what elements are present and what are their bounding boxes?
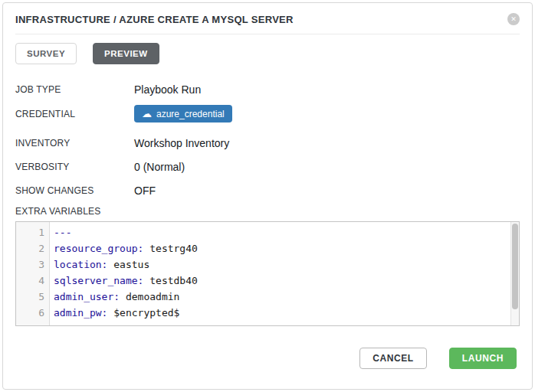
editor-scrollbar[interactable] xyxy=(510,222,519,325)
detail-row-job-type: JOB TYPE Playbook Run xyxy=(15,81,520,97)
extra-variables-label: EXTRA VARIABLES xyxy=(15,206,520,217)
close-button[interactable]: ✕ xyxy=(507,13,520,25)
job-type-label: JOB TYPE xyxy=(15,84,134,95)
code-line: 4 sqlserver_name: testdb40 xyxy=(16,273,519,289)
inventory-value: Workshop Inventory xyxy=(134,137,229,149)
yaml-key: admin_pw: xyxy=(54,307,107,318)
line-number: 4 xyxy=(16,273,50,289)
job-launch-preview-modal: INFRASTRUCTURE / AZURE CREATE A MYSQL SE… xyxy=(2,2,533,390)
line-number: 3 xyxy=(16,256,50,273)
detail-row-show-changes: SHOW CHANGES OFF xyxy=(15,182,520,198)
line-number: 1 xyxy=(16,224,50,240)
modal-header: INFRASTRUCTURE / AZURE CREATE A MYSQL SE… xyxy=(15,3,520,34)
code-line: 1 --- xyxy=(16,224,519,240)
yaml-key: --- xyxy=(54,227,71,238)
detail-row-verbosity: VERBOSITY 0 (Normal) xyxy=(15,158,520,175)
yaml-value: $encrypted$ xyxy=(107,307,179,318)
verbosity-label: VERBOSITY xyxy=(15,162,134,172)
verbosity-value: 0 (Normal) xyxy=(134,161,185,173)
yaml-key: admin_user: xyxy=(54,291,120,302)
code-line: 3 location: eastus xyxy=(16,256,519,273)
yaml-value: testrg40 xyxy=(143,243,197,254)
line-number: 6 xyxy=(16,305,50,321)
tab-bar: SURVEY PREVIEW xyxy=(15,43,520,64)
detail-row-inventory: INVENTORY Workshop Inventory xyxy=(15,135,520,151)
yaml-key: resource_group: xyxy=(54,243,143,254)
cloud-icon: ☁ xyxy=(142,109,152,119)
modal-title: INFRASTRUCTURE / AZURE CREATE A MYSQL SE… xyxy=(15,14,294,25)
detail-row-credential: CREDENTIAL ☁ azure_credential xyxy=(15,105,520,122)
close-icon: ✕ xyxy=(510,15,517,23)
credential-badge[interactable]: ☁ azure_credential xyxy=(134,105,232,122)
line-number: 2 xyxy=(16,240,50,256)
tab-survey[interactable]: SURVEY xyxy=(15,43,77,64)
tab-preview[interactable]: PREVIEW xyxy=(93,43,159,64)
modal-footer: CANCEL LAUNCH xyxy=(359,348,517,369)
code-line: 7 xyxy=(16,321,519,326)
code-line: 5 admin_user: demoadmin xyxy=(16,289,519,305)
job-type-value: Playbook Run xyxy=(134,83,201,96)
yaml-value: testdb40 xyxy=(143,275,197,286)
code-line: 6 admin_pw: $encrypted$ xyxy=(16,305,519,321)
yaml-key: sqlserver_name: xyxy=(54,275,143,286)
yaml-value: eastus xyxy=(107,259,149,270)
credential-label: CREDENTIAL xyxy=(15,109,134,119)
show-changes-label: SHOW CHANGES xyxy=(15,185,134,196)
launch-button[interactable]: LAUNCH xyxy=(449,348,517,369)
code-line: 2 resource_group: testrg40 xyxy=(16,240,519,256)
extra-variables-editor[interactable]: 1 --- 2 resource_group: testrg40 3 locat… xyxy=(15,221,520,326)
line-number: 7 xyxy=(16,321,50,326)
scrollbar-thumb[interactable] xyxy=(512,224,518,309)
show-changes-value: OFF xyxy=(134,185,156,197)
yaml-value: demoadmin xyxy=(120,291,179,302)
cancel-button[interactable]: CANCEL xyxy=(359,348,427,369)
line-number: 5 xyxy=(16,289,50,305)
extra-variables-section: EXTRA VARIABLES 1 --- 2 resource_group: … xyxy=(15,206,520,326)
inventory-label: INVENTORY xyxy=(15,138,134,149)
job-details: JOB TYPE Playbook Run CREDENTIAL ☁ azure… xyxy=(15,81,520,198)
yaml-key: location: xyxy=(54,259,107,270)
credential-name: azure_credential xyxy=(156,109,225,119)
